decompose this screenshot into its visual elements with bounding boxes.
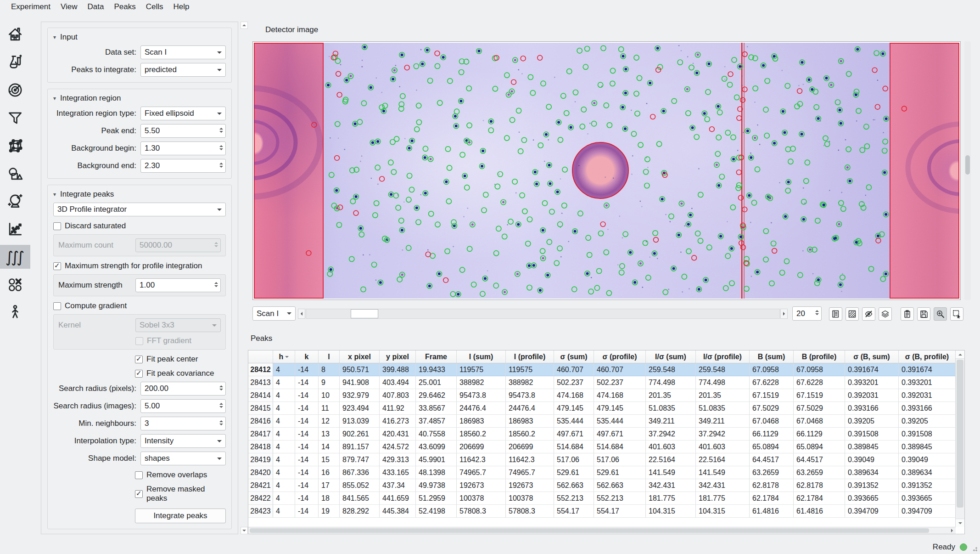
refine-tab[interactable] [0, 217, 30, 241]
row-number-cell[interactable]: 28415 [248, 402, 273, 415]
row-number-cell[interactable]: 28423 [248, 505, 273, 518]
menu-experiment[interactable]: Experiment [6, 1, 55, 13]
fit-peak-covariance-checkbox[interactable] [135, 370, 143, 378]
table-row[interactable]: 284164-1412913.039416.27337.485718698318… [248, 415, 956, 428]
table-row[interactable]: 284214-1417855.052437.3449.9738192673192… [248, 479, 956, 492]
save-image-button[interactable] [917, 307, 930, 321]
table-row[interactable]: 284194-1415879.747429.31345.990111642.31… [248, 453, 956, 466]
spin-arrows[interactable] [219, 384, 223, 392]
column-header-i-profile[interactable]: I/σ (profile) [696, 350, 750, 363]
row-number-cell[interactable]: 28417 [248, 428, 273, 441]
column-header-i-sum[interactable]: I/σ (sum) [646, 350, 696, 363]
table-vertical-scrollbar[interactable] [955, 350, 964, 527]
column-header-profile[interactable]: σ (profile) [594, 350, 646, 363]
maximum-count-spinbox[interactable]: 50000.00 [135, 238, 221, 252]
logbook-button[interactable] [829, 307, 842, 321]
compute-gradient-checkbox[interactable] [53, 302, 61, 310]
row-number-cell[interactable]: 28414 [248, 389, 273, 402]
reject-peaks-tab[interactable] [0, 273, 30, 297]
table-row[interactable]: 284154-1411923.494411.9233.856724476.424… [248, 402, 956, 415]
scan-select-combo[interactable]: Scan I [252, 306, 296, 321]
table-row[interactable]: 284204-1416867.336433.16548.139874965.77… [248, 466, 956, 479]
experiment-tab[interactable] [0, 51, 30, 74]
row-number-cell[interactable]: 28422 [248, 492, 273, 505]
column-header-y-pixel[interactable]: y pixel [380, 350, 416, 363]
fit-peak-center-checkbox[interactable] [135, 356, 143, 363]
window-resize-grip[interactable] [971, 545, 977, 551]
integration-region-group-title[interactable]: Integration region [53, 94, 226, 103]
table-horizontal-scrollbar[interactable] [248, 527, 956, 534]
select-mode-button[interactable] [950, 307, 963, 321]
unit-cell-tab[interactable] [0, 134, 30, 158]
filter-peaks-tab[interactable] [0, 106, 30, 130]
row-number-cell[interactable]: 28419 [248, 453, 273, 466]
row-number-cell[interactable]: 28413 [248, 376, 273, 389]
table-row[interactable]: 284224-1418841.565441.65951.295910037810… [248, 492, 956, 505]
row-number-cell[interactable]: 28412 [248, 363, 273, 376]
kernel-combo[interactable]: Sobel 3x3 [135, 318, 221, 332]
spin-arrows[interactable] [219, 418, 223, 427]
menu-view[interactable]: View [56, 1, 82, 13]
background-begin-spinbox[interactable]: 1.30 [140, 141, 226, 155]
row-number-header[interactable] [248, 350, 273, 363]
frame-slider[interactable] [306, 309, 780, 319]
column-header-b-sum[interactable]: σ (B, sum) [845, 350, 899, 363]
column-header-l[interactable]: l [319, 350, 340, 363]
column-header-b-profile[interactable]: B (profile) [794, 350, 845, 363]
scroll-right-icon[interactable] [948, 527, 956, 534]
menu-cells[interactable]: Cells [141, 1, 168, 13]
options-panel-scrollbar[interactable] [241, 22, 248, 534]
scroll-up-icon[interactable] [956, 350, 964, 359]
menu-data[interactable]: Data [83, 1, 109, 13]
column-header-b-profile[interactable]: σ (B, profile) [899, 350, 956, 363]
remove-masked-peaks-checkbox[interactable] [135, 490, 143, 498]
remove-overlaps-checkbox[interactable] [135, 471, 143, 479]
column-header-k[interactable]: k [295, 350, 319, 363]
predict-peaks-tab[interactable] [0, 189, 30, 213]
spin-arrows[interactable] [214, 280, 218, 289]
integrate-peaks-group-title[interactable]: Integrate peaks [53, 190, 226, 199]
data-set-combo[interactable]: Scan I [140, 45, 226, 59]
spin-arrows[interactable] [219, 143, 223, 152]
spin-arrows[interactable] [219, 126, 223, 135]
integrate-peaks-button[interactable]: Integrate peaks [135, 509, 226, 523]
column-header-frame[interactable]: Frame [416, 350, 457, 363]
row-number-cell[interactable]: 28418 [248, 441, 273, 453]
background-end-spinbox[interactable]: 2.30 [140, 159, 226, 173]
clipboard-button[interactable] [901, 307, 914, 321]
search-radius-pixels-spinbox[interactable]: 200.00 [140, 382, 226, 396]
frame-number-spinbox[interactable]: 20 [792, 306, 822, 321]
home-tab[interactable] [0, 23, 30, 46]
table-row[interactable]: 284174-1413902.261420.43140.755818560.21… [248, 428, 956, 441]
spin-arrows[interactable] [815, 308, 819, 317]
shape-model-combo[interactable]: shapes [140, 452, 226, 465]
spin-arrows[interactable] [219, 161, 223, 170]
fft-gradient-checkbox[interactable] [135, 337, 143, 345]
integrator-combo[interactable]: 3D Profile integrator [53, 203, 226, 216]
maximum-strength-spinbox[interactable]: 1.00 [135, 278, 221, 292]
column-header-i-sum[interactable]: I (sum) [457, 350, 506, 363]
search-radius-images-spinbox[interactable]: 5.00 [140, 399, 226, 413]
table-row[interactable]: 284144-1410932.979407.80329.646295473.89… [248, 389, 956, 402]
table-row[interactable]: 284134-149941.908403.49425.0013889823889… [248, 376, 956, 389]
peaks-to-integrate-combo[interactable]: predicted [140, 63, 226, 77]
detector-image-view[interactable] [252, 41, 961, 300]
menu-help[interactable]: Help [169, 1, 194, 13]
column-header-sum[interactable]: σ (sum) [554, 350, 594, 363]
texture-button[interactable] [846, 307, 859, 321]
column-header-h[interactable]: h [273, 350, 295, 363]
frame-slider-handle[interactable] [351, 309, 378, 318]
region-type-combo[interactable]: Fixed ellipsoid [140, 107, 226, 120]
column-header-b-sum[interactable]: B (sum) [750, 350, 794, 363]
table-row[interactable]: 284124-148950.571399.48819.9433119575119… [248, 363, 956, 376]
scrollbar-handle[interactable] [250, 528, 929, 533]
spin-arrows[interactable] [219, 401, 223, 410]
shapes-tab[interactable] [0, 162, 30, 186]
zoom-mode-button[interactable] [934, 307, 947, 321]
row-number-cell[interactable]: 28421 [248, 479, 273, 492]
scroll-up-icon[interactable] [241, 22, 248, 29]
row-number-cell[interactable]: 28416 [248, 415, 273, 428]
min-neighbours-spinbox[interactable]: 3 [140, 417, 226, 430]
detector-image[interactable] [254, 43, 959, 299]
integrate-peaks-tab[interactable]: ∫∫∫ [0, 245, 30, 269]
